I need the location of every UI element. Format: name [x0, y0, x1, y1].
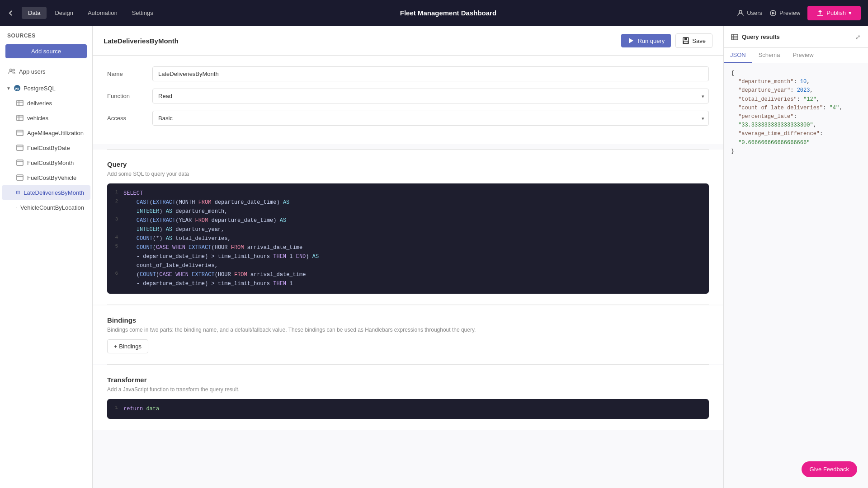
- access-select-wrapper: Basic ▾: [152, 111, 709, 126]
- code-line-2: 2 CAST(EXTRACT(MONTH FROM departure_date…: [107, 198, 709, 207]
- sidebar-item-fuel-cost-date[interactable]: FuelCostByDate: [2, 141, 90, 155]
- run-query-label: Run query: [637, 38, 665, 44]
- publish-label: Publish: [826, 9, 846, 16]
- panel-tab-schema[interactable]: Schema: [752, 48, 787, 63]
- query-section-desc: Add some SQL to query your data: [107, 171, 709, 177]
- svg-rect-10: [17, 115, 23, 121]
- svg-marker-25: [629, 38, 633, 43]
- svg-rect-7: [17, 100, 23, 106]
- query-section-title: Query: [107, 160, 709, 168]
- svg-rect-19: [17, 175, 23, 180]
- users-label: Users: [747, 9, 762, 16]
- access-select[interactable]: Basic: [152, 111, 709, 126]
- function-row: Function Read ▾: [107, 89, 709, 103]
- deliveries-label: deliveries: [27, 100, 52, 107]
- transformer-desc: Add a JavaScript function to transform t…: [107, 386, 709, 393]
- sidebar-item-late-deliveries[interactable]: LateDeliveriesByMonth: [2, 185, 90, 200]
- svg-rect-28: [684, 41, 688, 43]
- collapse-icon: ▼: [6, 86, 11, 91]
- postgresql-header[interactable]: ▼ pg PostgreSQL: [0, 81, 92, 95]
- back-button[interactable]: [7, 9, 14, 17]
- tab-automation[interactable]: Automation: [81, 7, 124, 19]
- postgresql-icon: pg: [14, 84, 21, 92]
- nav-tabs: Data Design Automation Settings: [22, 7, 160, 19]
- sidebar-item-app-users[interactable]: App users: [2, 64, 90, 79]
- svg-rect-27: [684, 38, 687, 40]
- query-results-label: Query results: [742, 33, 780, 40]
- users-button[interactable]: Users: [737, 9, 762, 17]
- panel-tab-json[interactable]: JSON: [724, 48, 752, 63]
- panel-tab-preview[interactable]: Preview: [786, 48, 820, 63]
- code-content: 1 SELECT 2 CAST(EXTRACT(MONTH FROM depar…: [107, 183, 709, 294]
- sidebar-item-age-mileage[interactable]: AgeMileageUtilization: [2, 126, 90, 140]
- svg-rect-17: [17, 160, 23, 165]
- svg-rect-29: [731, 34, 738, 40]
- function-label: Function: [107, 93, 152, 99]
- json-brace-close: }: [731, 147, 861, 156]
- code-line-5c: count_of_late_deliveries,: [107, 261, 709, 270]
- sidebar-header: Sources: [0, 26, 92, 42]
- save-button[interactable]: Save: [675, 33, 712, 48]
- preview-label: Preview: [779, 9, 800, 16]
- play-icon: [627, 37, 635, 44]
- json-field-total-deliveries: "total_deliveries": "12",: [731, 95, 861, 104]
- header-right-actions: Users Preview Publish ▾: [737, 6, 861, 20]
- code-line-5: 5 COUNT(CASE WHEN EXTRACT(HOUR FROM arri…: [107, 243, 709, 252]
- publish-button[interactable]: Publish ▾: [807, 6, 861, 20]
- app-users-label: App users: [19, 68, 46, 75]
- transformer-line-1: 1 return data: [107, 404, 709, 413]
- json-field-avg-time: "average_time_difference": "0.6666666666…: [731, 130, 861, 147]
- transformer-section: Transformer Add a JavaScript function to…: [93, 365, 723, 430]
- fuel-cost-date-label: FuelCostByDate: [27, 145, 70, 151]
- json-field-percentage-late: "percentage_late": "33.33333333333333330…: [731, 113, 861, 130]
- query-header-actions: Run query Save: [621, 33, 712, 48]
- code-line-2b: INTEGER) AS departure_month,: [107, 207, 709, 216]
- svg-rect-23: [16, 207, 17, 208]
- add-source-button[interactable]: Add source: [5, 44, 87, 58]
- sidebar-item-vehicles[interactable]: vehicles: [2, 111, 90, 125]
- bindings-section: Bindings Bindings come in two parts: the…: [93, 305, 723, 364]
- app-title: Fleet Management Dashboard: [160, 9, 737, 17]
- preview-button[interactable]: Preview: [769, 9, 800, 17]
- query-icon-age: [16, 129, 24, 136]
- right-panel: Query results ⤢ JSON Schema Preview { "d…: [723, 26, 868, 488]
- access-label: Access: [107, 115, 152, 122]
- function-select-wrapper: Read ▾: [152, 89, 709, 103]
- sidebar: Sources Add source App users ▼ pg Postgr…: [0, 26, 93, 488]
- transformer-title: Transformer: [107, 376, 709, 384]
- code-line-4: 4 COUNT(*) AS total_deliveries,: [107, 234, 709, 243]
- code-line-6b: - departure_date_time) > time_limit_hour…: [107, 279, 709, 288]
- query-icon-fuel-vehicle: [16, 174, 24, 181]
- json-field-departure-year: "departure_year": 2023,: [731, 86, 861, 95]
- query-icon-fuel-month: [16, 159, 24, 166]
- json-brace-open: {: [731, 69, 861, 78]
- main-layout: Sources Add source App users ▼ pg Postgr…: [0, 26, 868, 488]
- save-label: Save: [692, 38, 706, 44]
- main-content: LateDeliveriesByMonth Run query Save Nam…: [93, 26, 723, 488]
- sidebar-item-vehicle-count[interactable]: VehicleCountByLocation: [2, 200, 90, 215]
- sidebar-item-fuel-cost-vehicle[interactable]: FuelCostByVehicle: [2, 170, 90, 185]
- top-navigation: Data Design Automation Settings Fleet Ma…: [0, 0, 868, 26]
- bindings-title: Bindings: [107, 316, 709, 324]
- expand-button[interactable]: ⤢: [855, 33, 861, 41]
- give-feedback-button[interactable]: Give Feedback: [802, 461, 857, 477]
- panel-tabs: JSON Schema Preview: [724, 48, 868, 63]
- sidebar-item-fuel-cost-month[interactable]: FuelCostByMonth: [2, 155, 90, 170]
- transformer-code-editor[interactable]: 1 return data: [107, 399, 709, 419]
- tab-design[interactable]: Design: [48, 7, 79, 19]
- name-row: Name: [107, 66, 709, 81]
- tab-settings[interactable]: Settings: [126, 7, 160, 19]
- users-icon: [8, 68, 15, 75]
- add-bindings-button[interactable]: + Bindings: [107, 339, 148, 353]
- function-select[interactable]: Read: [152, 89, 709, 103]
- run-query-button[interactable]: Run query: [621, 34, 671, 47]
- sql-code-editor[interactable]: 1 SELECT 2 CAST(EXTRACT(MONTH FROM depar…: [107, 183, 709, 294]
- tab-data[interactable]: Data: [22, 7, 47, 19]
- svg-rect-21: [17, 191, 20, 194]
- sidebar-item-deliveries[interactable]: deliveries: [2, 96, 90, 110]
- svg-text:pg: pg: [15, 87, 19, 90]
- right-panel-title: Query results: [731, 33, 780, 41]
- json-field-departure-month: "departure_month": 10,: [731, 78, 861, 86]
- name-input[interactable]: [152, 66, 709, 81]
- late-deliveries-label: LateDeliveriesByMonth: [24, 189, 84, 196]
